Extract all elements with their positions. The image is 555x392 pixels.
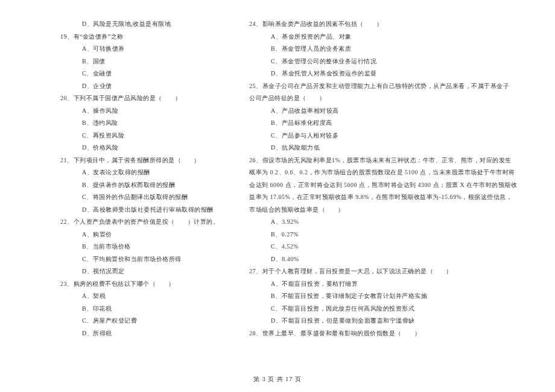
right-line: B、基金管理人员的业务素质 (249, 43, 517, 55)
left-line: 19、有“金边债券”之称 (60, 31, 219, 43)
right-line: 公司产品特征的是（ ） (249, 92, 517, 105)
left-line: C、房屋产权登记费 (60, 315, 219, 327)
right-line: D、基金托管人对基金投资运作的监督 (249, 68, 517, 80)
left-line: 20、下列不属于国债产品风险的是（ ） (60, 92, 219, 105)
left-line: A、契税 (60, 290, 219, 303)
left-line: B、违约风险 (60, 117, 219, 130)
left-line: D、视情况而定 (60, 265, 219, 278)
left-line: B、当前市场价格 (60, 241, 219, 253)
left-line: C、平均购置价和当前市场价格所得 (60, 253, 219, 266)
left-line: D、高校教师受出版社委托进行审稿取得的报酬 (60, 204, 219, 217)
right-line: C、基金管理公司的整体业务运行情况 (249, 55, 517, 68)
left-line: C、金融债 (60, 68, 219, 80)
right-column: 24、影响基金类产品收益的因素不包括（ ）A、基金所投资的产品、对象B、基金管理… (249, 18, 517, 340)
left-line: D、价格风险 (60, 142, 219, 154)
two-column-layout: D、风险是无限地,收益是有限地19、有“金边债券”之称A、可转换债券B、国债C、… (0, 18, 555, 340)
left-line: C、再投资风险 (60, 130, 219, 142)
left-column: D、风险是无限地,收益是有限地19、有“金边债券”之称A、可转换债券B、国债C、… (60, 18, 219, 340)
right-line: 概率为 0.2、0.6、0.2，作为市场组合的股票指数现在是 5100 点，当未… (249, 166, 517, 179)
left-line: B、提供著作的版权而取得的报酬 (60, 179, 219, 192)
right-line: D、8.40% (249, 253, 517, 266)
right-line: 益率为 17.65%，在正常时预期收益率 9.8%，在熊市时预期收益率为-15.… (249, 191, 517, 204)
left-line: A、购置价 (60, 229, 219, 241)
left-line: 21、下列项目中，属于劳务报酬所得的是（ ） (60, 154, 219, 167)
left-line: D、所得税 (60, 327, 219, 340)
right-line: 25、基金子公司在产品开发和主动管理能力上有自己独特的优势，从产品来看，不属于基… (249, 80, 517, 93)
left-line: A、发表论文取得的报酬 (60, 166, 219, 179)
right-line: C、产品参与人相对较多 (249, 130, 517, 142)
left-line: 23、购房的税费不包括以下哪个（ ） (60, 278, 219, 291)
right-line: D、不能盲目投资，但是要做到全面覆盖和宁滥毋缺 (249, 315, 517, 327)
right-line: C、4.52% (249, 241, 517, 253)
left-line: A、可转换债券 (60, 43, 219, 55)
left-line: C、将国外的作品翻译出版取得的报酬 (60, 191, 219, 204)
right-line: 24、影响基金类产品收益的因素不包括（ ） (249, 18, 517, 31)
left-line: A、操作风险 (60, 105, 219, 118)
page-footer: 第 3 页 共 17 页 (0, 375, 555, 384)
right-line: D、抗风险能力低 (249, 142, 517, 154)
right-line: B、产品标准化程度高 (249, 117, 517, 130)
left-line: D、风险是无限地,收益是有限地 (60, 18, 219, 31)
right-line: C、不能盲目投资，因此放弃任何高风险的投资形式 (249, 303, 517, 315)
right-line: 市场组合的预期收益率是（ ） (249, 204, 517, 217)
right-line: A、不能盲目投资，要精打细算 (249, 278, 517, 291)
right-line: B、6.27% (249, 229, 517, 241)
left-line: D、企业债 (60, 80, 219, 93)
left-line: 22、个人资产负债表中的资产价值是按（ ）计算的。 (60, 216, 219, 229)
left-line: B、印花税 (60, 303, 219, 315)
right-line: 27、对于个人教育理财，盲目投资是一大忌，以下说法正确的是（ ） (249, 265, 517, 278)
right-line: A、基金所投资的产品、对象 (249, 31, 517, 43)
left-line: B、国债 (60, 55, 219, 68)
right-line: 28、世界上最早、最享盛誉和最有影响的股价指数是（ ） (249, 327, 517, 340)
right-line: A、3.92% (249, 216, 517, 229)
right-line: A、产品收益率相对较高 (249, 105, 517, 118)
right-line: B、不能盲目投资，要详细制定子女教育计划并严格实施 (249, 290, 517, 303)
right-line: 会达到 6000 点，正常时将会达到 5600 点，熊市时将会达到 4300 点… (249, 179, 517, 192)
right-line: 26、假设市场的无风险利率是1%，股票市场未来有三种状态：牛市、正常、熊市，对应… (249, 154, 517, 167)
